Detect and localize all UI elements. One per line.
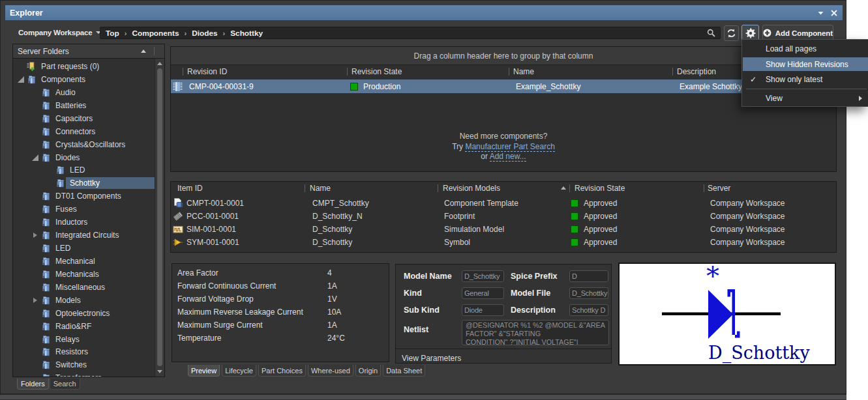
workspace-dropdown[interactable]: Company Workspace bbox=[18, 23, 101, 42]
scrollbar-thumb[interactable] bbox=[157, 68, 162, 366]
field-input-spice-prefix[interactable]: D bbox=[569, 270, 608, 282]
breadcrumb-item-top[interactable]: Top bbox=[106, 29, 119, 38]
breadcrumb-item-diodes[interactable]: Diodes bbox=[192, 29, 217, 38]
tab-part-choices[interactable]: Part Choices bbox=[258, 365, 306, 377]
tab-preview[interactable]: Preview bbox=[188, 365, 220, 377]
name-cell: Example_Schottky bbox=[516, 79, 580, 93]
model-row-CMPT-001-0001[interactable]: CMPT-001-0001CMPT_SchottkyComponent Temp… bbox=[171, 197, 836, 210]
screen: Explorer Company Workspace Top›Component… bbox=[0, 0, 868, 400]
column-header-server[interactable]: Server bbox=[708, 184, 730, 193]
search-icon[interactable] bbox=[707, 29, 715, 37]
server-folders-header[interactable]: Server Folders bbox=[13, 44, 164, 59]
tree-item-led[interactable]: LED bbox=[13, 242, 155, 255]
sidebar-tab-folders[interactable]: Folders bbox=[17, 379, 49, 390]
tree-item-mechanicals[interactable]: Mechanicals bbox=[13, 268, 155, 281]
field-input-model-file[interactable]: D_Schottky bbox=[569, 287, 608, 299]
column-header-revision-models[interactable]: Revision Models bbox=[443, 184, 500, 193]
menu-item-show-only-latest[interactable]: ✓Show only latest bbox=[743, 71, 868, 88]
header-separator bbox=[154, 47, 155, 55]
tab-origin[interactable]: Origin bbox=[355, 365, 381, 377]
column-header-revision-state[interactable]: Revision State bbox=[352, 67, 402, 76]
column-header-item-id[interactable]: Item ID bbox=[177, 184, 203, 193]
revisions-table: Drag a column header here to group by th… bbox=[170, 46, 837, 172]
tree-item-label: Fuses bbox=[52, 203, 155, 215]
tree-item-audio[interactable]: Audio bbox=[13, 86, 155, 99]
parameter-row-area-factor[interactable]: Area Factor4 bbox=[172, 266, 389, 279]
tree-item-radio-rf[interactable]: Radio&RF bbox=[13, 320, 155, 333]
scroll-up-icon[interactable] bbox=[155, 59, 164, 68]
field-input-model-name[interactable]: D_Schottky bbox=[462, 270, 504, 282]
tree-item-models[interactable]: Models bbox=[13, 294, 155, 307]
tree-item-integrated-circuits[interactable]: Integrated Circuits bbox=[13, 229, 155, 242]
column-header-revision-state[interactable]: Revision State bbox=[575, 184, 625, 193]
tree-scrollbar[interactable] bbox=[155, 59, 164, 377]
column-header-name[interactable]: Name bbox=[513, 67, 534, 76]
tree-item-mechanical[interactable]: Mechanical bbox=[13, 255, 155, 268]
tab-where-used[interactable]: Where-used bbox=[308, 365, 353, 377]
refresh-button[interactable] bbox=[724, 25, 739, 41]
breadcrumb-item-components[interactable]: Components bbox=[132, 29, 179, 38]
caret-collapsed-icon[interactable] bbox=[29, 230, 40, 240]
tab-data-sheet[interactable]: Data Sheet bbox=[383, 365, 425, 377]
tree-item-diodes[interactable]: Diodes bbox=[13, 151, 155, 164]
column-header-revision-id[interactable]: Revision ID bbox=[187, 67, 227, 76]
parameters-panel: Area Factor4Forward Continuous Current1A… bbox=[172, 263, 389, 362]
sidebar-tab-search[interactable]: Search bbox=[50, 379, 80, 390]
close-icon[interactable] bbox=[830, 8, 839, 18]
tree-item-miscellaneous[interactable]: Miscellaneous bbox=[13, 281, 155, 294]
tree-item-dt01-components[interactable]: DT01 Components bbox=[13, 190, 155, 203]
field-input-description[interactable]: Schottky D bbox=[569, 304, 608, 316]
folder-icon bbox=[40, 100, 51, 111]
caret-spacer bbox=[29, 100, 40, 111]
scroll-down-icon[interactable] bbox=[155, 367, 164, 376]
column-header-description[interactable]: Description bbox=[677, 67, 716, 76]
tree-item-crystals-oscillators[interactable]: Crystals&Oscillators bbox=[13, 138, 155, 151]
parameter-row-maximum-reverse-leakage-current[interactable]: Maximum Reverse Leakage Current10A bbox=[172, 306, 389, 319]
caret-expanded-icon[interactable] bbox=[15, 74, 26, 85]
tree-item-capacitors[interactable]: Capacitors bbox=[13, 112, 155, 125]
tree-item-resistors[interactable]: Resistors bbox=[13, 345, 155, 358]
add-new-link[interactable]: Add new... bbox=[490, 152, 526, 162]
column-separator bbox=[438, 184, 438, 192]
tree-item-optoelectronics[interactable]: Optoelectronics bbox=[13, 307, 155, 320]
manufacturer-part-search-link[interactable]: Manufacturer Part Search bbox=[465, 142, 554, 152]
tree-item-inductors[interactable]: Inductors bbox=[13, 216, 155, 229]
tree-item-batteries[interactable]: Batteries bbox=[13, 99, 155, 112]
group-by-bar[interactable]: Drag a column header here to group by th… bbox=[171, 47, 836, 65]
tree-item-part-requests-0-[interactable]: Part requests (0) bbox=[13, 60, 155, 73]
caret-expanded-icon[interactable] bbox=[29, 152, 40, 163]
caret-collapsed-icon[interactable] bbox=[29, 295, 40, 306]
parameter-row-forward-voltage-drop[interactable]: Forward Voltage Drop1V bbox=[172, 293, 389, 306]
caret-spacer bbox=[44, 165, 55, 175]
tree-item-relays[interactable]: Relays bbox=[13, 333, 155, 346]
tab-lifecycle[interactable]: Lifecycle bbox=[222, 365, 256, 377]
tree-item-connectors[interactable]: Connectors bbox=[13, 125, 155, 138]
server-cell: Company Workspace bbox=[710, 223, 785, 236]
breadcrumb-item-schottky[interactable]: Schottky bbox=[230, 29, 263, 38]
parameter-row-forward-continuous-current[interactable]: Forward Continuous Current1A bbox=[172, 279, 389, 293]
tree-item-schottky[interactable]: Schottky bbox=[13, 177, 155, 190]
parameter-row-temperature[interactable]: Temperature24°C bbox=[172, 332, 389, 345]
field-input-kind[interactable]: General bbox=[462, 287, 504, 299]
model-row-SIM-001-0001[interactable]: SIM-001-0001D_SchottkySimulation ModelAp… bbox=[171, 223, 836, 236]
menu-item-view[interactable]: View bbox=[743, 90, 868, 107]
tree-item-label: Inductors bbox=[52, 216, 155, 228]
tree-item-transformers[interactable]: Transformers bbox=[13, 371, 155, 377]
field-input-sub-kind[interactable]: Diode bbox=[462, 304, 504, 316]
tree-item-switches[interactable]: Switches bbox=[13, 358, 155, 371]
panel-menu-icon[interactable] bbox=[816, 8, 825, 18]
view-parameters-section[interactable]: View Parameters bbox=[396, 349, 611, 363]
netlist-field[interactable]: @DESIGNATOR %1 %2 @MODEL &"AREA FACTOR" … bbox=[462, 320, 609, 345]
menu-item-show-hidden-revisions[interactable]: Show Hidden Revisions bbox=[743, 57, 868, 71]
caret-shape bbox=[33, 233, 37, 238]
menu-item-load-all-pages[interactable]: Load all pages bbox=[743, 40, 868, 57]
revision-row-CMP-004-00031-9[interactable]: CMP-004-00031-9ProductionExample_Schottk… bbox=[171, 79, 836, 93]
tree-item-led[interactable]: LED bbox=[13, 164, 155, 177]
tree-item-fuses[interactable]: Fuses bbox=[13, 203, 155, 216]
tree-item-components[interactable]: Components bbox=[13, 73, 155, 86]
model-row-SYM-001-0001[interactable]: SYM-001-0001D_SchottkySymbolApprovedComp… bbox=[171, 236, 836, 249]
column-header-name[interactable]: Name bbox=[310, 184, 331, 193]
window-bottom-edge bbox=[0, 394, 846, 400]
parameter-row-maximum-surge-current[interactable]: Maximum Surge Current1A bbox=[172, 319, 389, 332]
model-row-PCC-001-0001[interactable]: PCC-001-0001D_Schottky_NFootprintApprove… bbox=[171, 210, 836, 223]
